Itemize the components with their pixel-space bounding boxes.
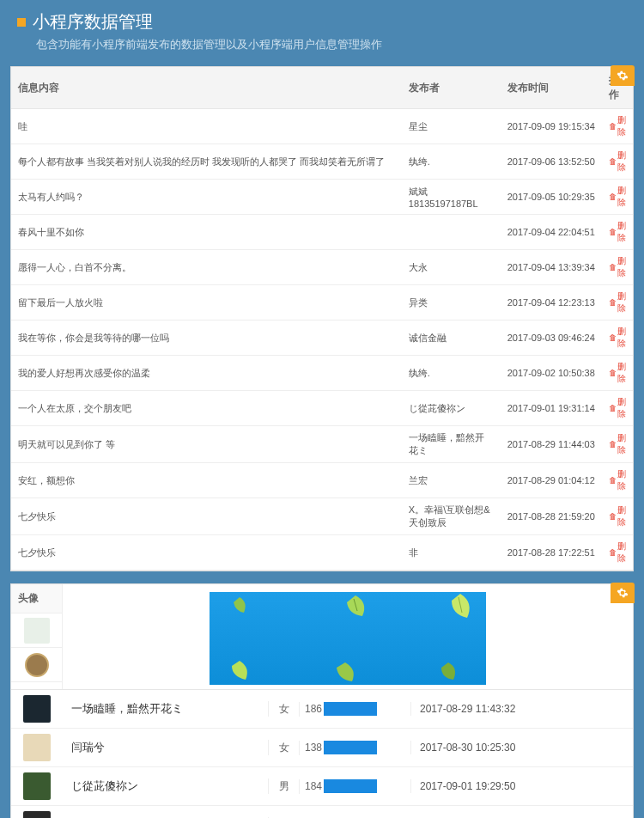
table-row: 春风十里不如你 2017-09-04 22:04:51 删除 [11,215,633,250]
cell-publisher: 斌斌18135197187BL [402,180,501,215]
cell-content: 七夕快乐 [11,535,402,571]
cell-publisher: 星尘 [402,109,501,144]
phone-mask [324,779,377,793]
user-phone: 138 [300,741,411,754]
avatar-image [23,695,51,723]
cell-content: 安红，额想你 [11,463,402,498]
users-header-row: 头像 [11,584,633,690]
delete-button[interactable]: 删除 [609,185,626,209]
cell-action: 删除 [602,180,633,215]
cell-action: 删除 [602,285,633,320]
delete-button[interactable]: 删除 [609,255,626,279]
cell-publisher: 一场瞌睡，黯然开花ミ [402,426,501,463]
page-subtitle: 包含功能有小程序前端发布的数据管理以及小程序端用户信息管理操作 [36,37,627,52]
user-row: じ從茈傻祢ン 男 184 2017-09-01 19:29:50 [11,767,633,806]
user-time: 2017-08-30 10:25:30 [411,742,633,754]
table-row: 太马有人约吗？ 斌斌18135197187BL 2017-09-05 10:29… [11,180,633,215]
messages-table: 信息内容 发布者 发布时间 操作 哇 星尘 2017-09-09 19:15:3… [11,67,633,571]
settings-button[interactable] [611,583,635,603]
cell-time: 2017-08-28 21:59:20 [501,498,602,535]
table-row: 七夕快乐 X。幸福\互联创想&天创致辰 2017-08-28 21:59:20 … [11,498,633,535]
delete-button[interactable]: 删除 [609,468,626,492]
cell-content: 哇 [11,109,402,144]
cell-time: 2017-08-29 01:04:12 [501,463,602,498]
delete-button[interactable]: 删除 [609,432,626,456]
delete-button[interactable]: 删除 [609,150,626,174]
cell-content: 明天就可以见到你了 等 [11,426,402,463]
cell-action: 删除 [602,215,633,250]
col-content-header: 信息内容 [11,67,402,109]
cell-time: 2017-09-04 12:23:13 [501,285,602,320]
cell-action: 删除 [602,391,633,426]
user-avatar-cell [11,806,63,818]
table-row: 安红，额想你 兰宏 2017-08-29 01:04:12 删除 [11,463,633,498]
cell-content: 我的爱人好想再次感受你的温柔 [11,356,402,391]
phone-prefix: 138 [305,742,322,754]
delete-button[interactable]: 删除 [609,290,626,314]
col-publisher-header: 发布者 [402,67,501,109]
avatar-preview [11,614,62,648]
user-name: 一场瞌睡，黯然开花ミ [63,701,269,717]
table-row: 明天就可以见到你了 等 一场瞌睡，黯然开花ミ 2017-08-29 11:44:… [11,426,633,463]
user-avatar-cell [11,690,63,728]
avatar-image [23,811,51,818]
phone-mask [324,741,377,754]
avatar-preview [11,648,62,682]
cell-action: 删除 [602,463,633,498]
users-panel: 头像 一场瞌睡，黯然开花ミ 女 186 2017-08-29 11:43:32 [10,583,634,818]
user-row: 闫瑞兮 女 138 2017-08-30 10:25:30 [11,729,633,767]
table-row: 我的爱人好想再次感受你的温柔 纨绔. 2017-09-02 10:50:38 删… [11,356,633,391]
settings-button[interactable] [611,65,635,86]
cell-publisher: 纨绔. [402,144,501,180]
cell-action: 删除 [602,535,633,571]
cell-publisher: じ從茈傻祢ン [402,391,501,426]
user-name: じ從茈傻祢ン [63,778,269,794]
user-gender: 女 [269,741,300,755]
cell-publisher: 非 [402,535,501,571]
cell-content: 一个人在太原，交个朋友吧 [11,391,402,426]
avatar-column-header: 头像 [11,584,63,614]
cell-time: 2017-08-29 11:44:03 [501,426,602,463]
table-row: 七夕快乐 非 2017-08-28 17:22:51 删除 [11,535,633,571]
cell-time: 2017-08-28 17:22:51 [501,535,602,571]
cell-content: 每个人都有故事 当我笑着对别人说我的经历时 我发现听的人都哭了 而我却笑着无所谓… [11,144,402,180]
user-row: 一场瞌睡，黯然开花ミ 女 186 2017-08-29 11:43:32 [11,690,633,729]
cell-action: 删除 [602,109,633,144]
gear-icon [617,70,629,82]
cell-action: 删除 [602,320,633,356]
cell-publisher: 大永 [402,250,501,285]
col-time-header: 发布时间 [501,67,602,109]
delete-button[interactable]: 删除 [609,326,626,350]
cell-publisher: 纨绔. [402,356,501,391]
user-avatar-cell [11,729,63,766]
delete-button[interactable]: 删除 [609,220,626,244]
avatar-image [23,772,51,800]
banner-area [63,584,633,689]
cell-time: 2017-09-04 22:04:51 [501,215,602,250]
banner-image [210,592,486,685]
cell-action: 删除 [602,356,633,391]
cell-action: 删除 [602,498,633,535]
delete-button[interactable]: 删除 [609,114,626,138]
table-row: 我在等你，你会是我等待的哪一位吗 诚信金融 2017-09-03 09:46:2… [11,320,633,356]
user-avatar-cell [11,767,63,805]
cell-action: 删除 [602,426,633,463]
cell-action: 删除 [602,250,633,285]
user-time: 2017-08-29 11:43:32 [411,703,633,715]
cell-time: 2017-09-02 10:50:38 [501,356,602,391]
table-row: 哇 星尘 2017-09-09 19:15:34 删除 [11,109,633,144]
table-header-row: 信息内容 发布者 发布时间 操作 [11,67,633,109]
cell-content: 春风十里不如你 [11,215,402,250]
user-gender: 女 [269,702,300,717]
title-marker [17,18,26,27]
cell-publisher: X。幸福\互联创想&天创致辰 [402,498,501,535]
delete-button[interactable]: 删除 [609,540,626,565]
cell-time: 2017-09-06 13:52:50 [501,144,602,180]
delete-button[interactable]: 删除 [609,396,626,420]
cell-content: 太马有人约吗？ [11,180,402,215]
cell-time: 2017-09-01 19:31:14 [501,391,602,426]
page-title: 小程序数据管理 [33,10,153,34]
table-row: 留下最后一人放火啦 异类 2017-09-04 12:23:13 删除 [11,285,633,320]
delete-button[interactable]: 删除 [609,504,626,528]
delete-button[interactable]: 删除 [609,361,626,385]
